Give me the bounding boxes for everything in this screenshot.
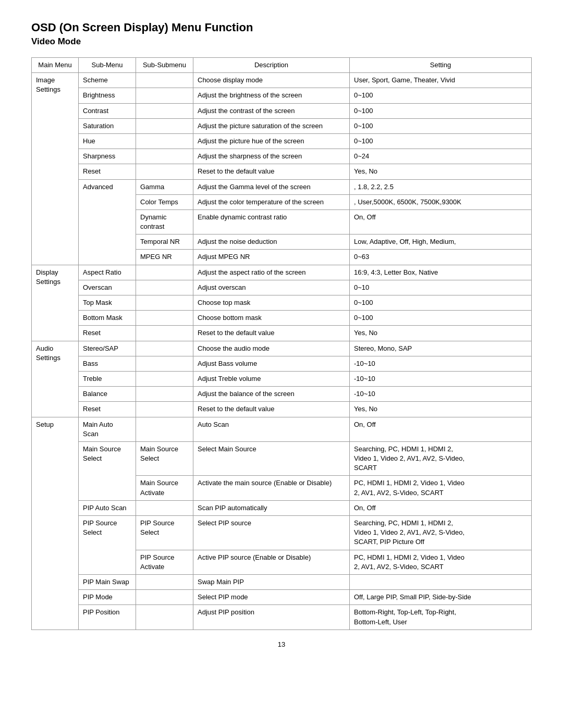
cell-subsub [136,574,193,589]
cell-desc: Reset to the default value [193,402,350,417]
cell-desc: Select PIP mode [193,590,350,605]
cell-subsub: PIP Source Select [136,516,193,550]
cell-setting: User, Sport, Game, Theater, Vivid [350,73,532,88]
table-row: BalanceAdjust the balance of the screen-… [32,387,532,402]
cell-sub: Saturation [79,118,136,133]
cell-subsub [136,326,193,341]
cell-setting: , 1.8, 2.2, 2.5 [350,179,532,194]
cell-setting: 0~100 [350,295,532,311]
cell-sub: Brightness [79,88,136,103]
cell-sub: Treble [79,371,136,386]
cell-setting: 0~24 [350,149,532,164]
cell-desc: Adjust the picture saturation of the scr… [193,118,350,133]
table-row: Image SettingsSchemeChoose display modeU… [32,73,532,88]
cell-subsub [136,590,193,605]
table-row: Audio SettingsStereo/SAPChoose the audio… [32,341,532,356]
cell-subsub [136,341,193,356]
cell-sub: Balance [79,387,136,402]
cell-setting: PC, HDMI 1, HDMI 2, Video 1, Video 2, AV… [350,550,532,574]
table-row: Top MaskChoose top mask0~100 [32,295,532,311]
cell-setting: -10~10 [350,387,532,402]
cell-desc: Choose the audio mode [193,341,350,356]
table-row: ResetReset to the default valueYes, No [32,326,532,341]
cell-desc: Auto Scan [193,417,350,441]
cell-desc: Scan PIP automatically [193,500,350,515]
cell-sub: Main Source Select [79,441,136,500]
cell-subsub: Main Source Select [136,441,193,476]
cell-desc: Choose top mask [193,295,350,311]
cell-setting: 0~100 [350,88,532,103]
cell-setting: Searching, PC, HDMI 1, HDMI 2, Video 1, … [350,441,532,476]
cell-subsub [136,371,193,386]
table-row: SharpnessAdjust the sharpness of the scr… [32,149,532,164]
cell-desc: Adjust PIP position [193,605,350,630]
cell-sub: PIP Source Select [79,516,136,575]
cell-sub: PIP Main Swap [79,574,136,589]
cell-sub: Reset [79,326,136,341]
header-desc: Description [193,58,350,73]
cell-setting: 0~100 [350,133,532,149]
cell-setting: Yes, No [350,164,532,179]
cell-sub: Advanced [79,179,136,265]
cell-setting: 0~100 [350,311,532,326]
cell-setting: Searching, PC, HDMI 1, HDMI 2, Video 1, … [350,516,532,550]
table-row: SaturationAdjust the picture saturation … [32,118,532,133]
header-sub: Sub-Menu [79,58,136,73]
table-row: ResetReset to the default valueYes, No [32,402,532,417]
table-row: PIP Source SelectPIP Source SelectSelect… [32,516,532,550]
cell-setting: -10~10 [350,371,532,386]
cell-sub: Hue [79,133,136,149]
cell-sub: PIP Mode [79,590,136,605]
cell-subsub [136,295,193,311]
cell-subsub [136,280,193,295]
header-subsub: Sub-Submenu [136,58,193,73]
cell-sub: Aspect Ratio [79,265,136,280]
cell-subsub [136,88,193,103]
cell-subsub: MPEG NR [136,250,193,265]
cell-sub: Bottom Mask [79,311,136,326]
cell-subsub [136,387,193,402]
table-row: SetupMain Auto ScanAuto ScanOn, Off [32,417,532,441]
cell-desc: Adjust the picture hue of the screen [193,133,350,149]
table-row: BassAdjust Bass volume-10~10 [32,356,532,371]
header-main: Main Menu [32,58,79,73]
cell-setting: Yes, No [350,326,532,341]
table-row: PIP ModeSelect PIP modeOff, Large PIP, S… [32,590,532,605]
cell-subsub [136,402,193,417]
osd-menu-table: Main Menu Sub-Menu Sub-Submenu Descripti… [31,57,532,630]
cell-setting: 0~100 [350,103,532,118]
cell-setting: Stereo, Mono, SAP [350,341,532,356]
cell-desc: Choose bottom mask [193,311,350,326]
cell-desc: Adjust the sharpness of the screen [193,149,350,164]
cell-subsub [136,103,193,118]
cell-main: Audio Settings [32,341,79,417]
cell-setting: 0~10 [350,280,532,295]
cell-desc: Adjust the noise deduction [193,235,350,250]
cell-subsub [136,356,193,371]
cell-subsub [136,417,193,441]
cell-setting: -10~10 [350,356,532,371]
cell-sub: PIP Position [79,605,136,630]
cell-setting: On, Off [350,417,532,441]
page-title: OSD (On Screen Display) Menu Function [31,21,532,34]
cell-desc: Adjust the Gamma level of the screen [193,179,350,194]
cell-subsub [136,311,193,326]
cell-subsub: Dynamic contrast [136,209,193,234]
cell-desc: Swap Main PIP [193,574,350,589]
cell-setting: PC, HDMI 1, HDMI 2, Video 1, Video 2, AV… [350,476,532,500]
cell-setting: 0~100 [350,118,532,133]
cell-desc: Activate the main source (Enable or Disa… [193,476,350,500]
table-row: Main Source SelectMain Source SelectSele… [32,441,532,476]
cell-subsub [136,73,193,88]
cell-desc: Adjust the balance of the screen [193,387,350,402]
cell-desc: Adjust the aspect ratio of the screen [193,265,350,280]
cell-subsub: Main Source Activate [136,476,193,500]
cell-desc: Adjust the color temperature of the scre… [193,194,350,209]
cell-sub: Reset [79,164,136,179]
table-row: TrebleAdjust Treble volume-10~10 [32,371,532,386]
cell-setting [350,574,532,589]
table-row: ResetReset to the default valueYes, No [32,164,532,179]
cell-setting: 0~63 [350,250,532,265]
cell-sub: Main Auto Scan [79,417,136,441]
cell-setting: Off, Large PIP, Small PIP, Side-by-Side [350,590,532,605]
